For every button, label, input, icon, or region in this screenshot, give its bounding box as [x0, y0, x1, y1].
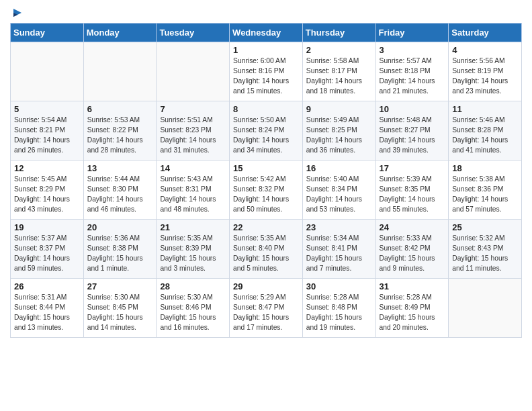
- calendar-cell: 6Sunrise: 5:53 AM Sunset: 8:22 PM Daylig…: [83, 101, 157, 161]
- day-info: Sunrise: 5:34 AM Sunset: 8:41 PM Dayligh…: [306, 234, 372, 274]
- day-number: 30: [306, 281, 372, 291]
- calendar-cell: 25Sunrise: 5:32 AM Sunset: 8:43 PM Dayli…: [449, 220, 522, 279]
- calendar-cell: 4Sunrise: 5:56 AM Sunset: 8:19 PM Daylig…: [449, 42, 522, 101]
- calendar-cell: 30Sunrise: 5:28 AM Sunset: 8:48 PM Dayli…: [302, 279, 375, 338]
- calendar-day-header: Sunday: [11, 24, 84, 42]
- day-number: 21: [160, 222, 226, 232]
- calendar-cell: 29Sunrise: 5:29 AM Sunset: 8:47 PM Dayli…: [230, 279, 303, 338]
- calendar-week-row: 1Sunrise: 6:00 AM Sunset: 8:16 PM Daylig…: [11, 42, 522, 101]
- calendar-day-header: Monday: [83, 24, 157, 42]
- day-info: Sunrise: 5:30 AM Sunset: 8:45 PM Dayligh…: [87, 293, 153, 333]
- day-number: 5: [14, 104, 80, 114]
- day-info: Sunrise: 5:35 AM Sunset: 8:40 PM Dayligh…: [233, 234, 299, 274]
- day-number: 22: [233, 222, 299, 232]
- day-number: 31: [380, 281, 445, 291]
- day-number: 10: [380, 104, 445, 114]
- day-number: 25: [452, 222, 518, 232]
- day-number: 18: [452, 163, 518, 173]
- calendar-cell: 1Sunrise: 6:00 AM Sunset: 8:16 PM Daylig…: [230, 42, 303, 101]
- day-info: Sunrise: 5:37 AM Sunset: 8:37 PM Dayligh…: [14, 234, 80, 274]
- day-info: Sunrise: 5:35 AM Sunset: 8:39 PM Dayligh…: [160, 234, 226, 274]
- day-info: Sunrise: 5:54 AM Sunset: 8:21 PM Dayligh…: [14, 116, 80, 156]
- calendar-cell: 19Sunrise: 5:37 AM Sunset: 8:37 PM Dayli…: [11, 220, 84, 279]
- calendar-day-header: Tuesday: [157, 24, 230, 42]
- day-number: 20: [87, 222, 153, 232]
- calendar-cell: 7Sunrise: 5:51 AM Sunset: 8:23 PM Daylig…: [157, 101, 230, 161]
- day-info: Sunrise: 5:49 AM Sunset: 8:25 PM Dayligh…: [306, 116, 372, 156]
- day-info: Sunrise: 5:58 AM Sunset: 8:17 PM Dayligh…: [306, 56, 372, 97]
- day-number: 24: [380, 222, 445, 232]
- calendar-cell: 16Sunrise: 5:40 AM Sunset: 8:34 PM Dayli…: [302, 161, 375, 220]
- day-info: Sunrise: 5:33 AM Sunset: 8:42 PM Dayligh…: [380, 234, 445, 274]
- day-number: 7: [160, 104, 226, 114]
- day-number: 29: [233, 281, 299, 291]
- calendar-day-header: Friday: [375, 24, 449, 42]
- calendar-cell: 22Sunrise: 5:35 AM Sunset: 8:40 PM Dayli…: [230, 220, 303, 279]
- day-number: 15: [233, 163, 299, 173]
- calendar-cell: 15Sunrise: 5:42 AM Sunset: 8:32 PM Dayli…: [230, 161, 303, 220]
- day-number: 26: [14, 281, 80, 291]
- calendar-table: SundayMondayTuesdayWednesdayThursdayFrid…: [10, 23, 522, 338]
- calendar-cell: [449, 279, 522, 338]
- calendar-cell: 26Sunrise: 5:31 AM Sunset: 8:44 PM Dayli…: [11, 279, 84, 338]
- day-number: 12: [14, 163, 80, 173]
- calendar-day-header: Saturday: [449, 24, 522, 42]
- day-info: Sunrise: 5:50 AM Sunset: 8:24 PM Dayligh…: [233, 116, 299, 156]
- day-number: 9: [306, 104, 372, 114]
- day-info: Sunrise: 6:00 AM Sunset: 8:16 PM Dayligh…: [233, 56, 299, 97]
- calendar-cell: 21Sunrise: 5:35 AM Sunset: 8:39 PM Dayli…: [157, 220, 230, 279]
- day-info: Sunrise: 5:57 AM Sunset: 8:18 PM Dayligh…: [380, 56, 445, 97]
- calendar-week-row: 5Sunrise: 5:54 AM Sunset: 8:21 PM Daylig…: [11, 101, 522, 161]
- calendar-cell: 27Sunrise: 5:30 AM Sunset: 8:45 PM Dayli…: [83, 279, 157, 338]
- calendar-cell: 3Sunrise: 5:57 AM Sunset: 8:18 PM Daylig…: [375, 42, 449, 101]
- day-number: 16: [306, 163, 372, 173]
- calendar-day-header: Thursday: [302, 24, 375, 42]
- day-info: Sunrise: 5:28 AM Sunset: 8:49 PM Dayligh…: [380, 293, 445, 333]
- day-number: 2: [306, 45, 372, 55]
- day-info: Sunrise: 5:53 AM Sunset: 8:22 PM Dayligh…: [87, 116, 153, 156]
- calendar-cell: 2Sunrise: 5:58 AM Sunset: 8:17 PM Daylig…: [302, 42, 375, 101]
- calendar-cell: 20Sunrise: 5:36 AM Sunset: 8:38 PM Dayli…: [83, 220, 157, 279]
- day-info: Sunrise: 5:30 AM Sunset: 8:46 PM Dayligh…: [160, 293, 226, 333]
- day-info: Sunrise: 5:28 AM Sunset: 8:48 PM Dayligh…: [306, 293, 372, 333]
- day-number: 13: [87, 163, 153, 173]
- calendar-week-row: 12Sunrise: 5:45 AM Sunset: 8:29 PM Dayli…: [11, 161, 522, 220]
- logo: [10, 7, 24, 19]
- day-info: Sunrise: 5:48 AM Sunset: 8:27 PM Dayligh…: [380, 116, 445, 156]
- calendar-cell: 24Sunrise: 5:33 AM Sunset: 8:42 PM Dayli…: [375, 220, 449, 279]
- calendar-cell: 10Sunrise: 5:48 AM Sunset: 8:27 PM Dayli…: [375, 101, 449, 161]
- calendar-cell: [157, 42, 230, 101]
- calendar-cell: 17Sunrise: 5:39 AM Sunset: 8:35 PM Dayli…: [375, 161, 449, 220]
- calendar-cell: 31Sunrise: 5:28 AM Sunset: 8:49 PM Dayli…: [375, 279, 449, 338]
- day-number: 19: [14, 222, 80, 232]
- calendar-day-header: Wednesday: [230, 24, 303, 42]
- day-info: Sunrise: 5:40 AM Sunset: 8:34 PM Dayligh…: [306, 175, 372, 215]
- calendar-cell: 23Sunrise: 5:34 AM Sunset: 8:41 PM Dayli…: [302, 220, 375, 279]
- day-number: 8: [233, 104, 299, 114]
- day-info: Sunrise: 5:32 AM Sunset: 8:43 PM Dayligh…: [452, 234, 518, 274]
- calendar-cell: 18Sunrise: 5:38 AM Sunset: 8:36 PM Dayli…: [449, 161, 522, 220]
- day-info: Sunrise: 5:36 AM Sunset: 8:38 PM Dayligh…: [87, 234, 153, 274]
- calendar-cell: [83, 42, 157, 101]
- day-info: Sunrise: 5:39 AM Sunset: 8:35 PM Dayligh…: [380, 175, 445, 215]
- day-info: Sunrise: 5:45 AM Sunset: 8:29 PM Dayligh…: [14, 175, 80, 215]
- calendar-cell: 14Sunrise: 5:43 AM Sunset: 8:31 PM Dayli…: [157, 161, 230, 220]
- day-number: 28: [160, 281, 226, 291]
- calendar-cell: 8Sunrise: 5:50 AM Sunset: 8:24 PM Daylig…: [230, 101, 303, 161]
- calendar-cell: 12Sunrise: 5:45 AM Sunset: 8:29 PM Dayli…: [11, 161, 84, 220]
- calendar-cell: 11Sunrise: 5:46 AM Sunset: 8:28 PM Dayli…: [449, 101, 522, 161]
- day-number: 6: [87, 104, 153, 114]
- day-number: 17: [380, 163, 445, 173]
- day-info: Sunrise: 5:42 AM Sunset: 8:32 PM Dayligh…: [233, 175, 299, 215]
- calendar-cell: [11, 42, 84, 101]
- day-number: 11: [452, 104, 518, 114]
- day-info: Sunrise: 5:29 AM Sunset: 8:47 PM Dayligh…: [233, 293, 299, 333]
- day-info: Sunrise: 5:44 AM Sunset: 8:30 PM Dayligh…: [87, 175, 153, 215]
- calendar-cell: 13Sunrise: 5:44 AM Sunset: 8:30 PM Dayli…: [83, 161, 157, 220]
- day-number: 1: [233, 45, 299, 55]
- day-number: 14: [160, 163, 226, 173]
- calendar-cell: 5Sunrise: 5:54 AM Sunset: 8:21 PM Daylig…: [11, 101, 84, 161]
- day-info: Sunrise: 5:56 AM Sunset: 8:19 PM Dayligh…: [452, 56, 518, 97]
- page-header: [10, 7, 522, 19]
- day-info: Sunrise: 5:51 AM Sunset: 8:23 PM Dayligh…: [160, 116, 226, 156]
